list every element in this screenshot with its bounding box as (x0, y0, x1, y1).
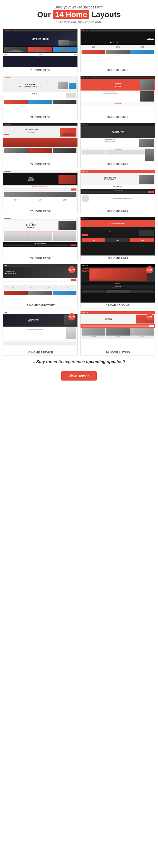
title-suffix: Layouts (89, 10, 121, 19)
hero-text-9: Need Some NewWheels? (4, 222, 58, 229)
about-img-3 (66, 93, 76, 98)
person-9a (4, 232, 28, 241)
hero-title-8: BUY A NEW CAROR USED CAR ? (82, 177, 138, 180)
logo-5: CAR DEALER (4, 124, 10, 125)
nav-8: CAR DEALER (81, 170, 155, 173)
demos-grid: CAR DEALER YOUR CAR NEEDS! (3, 29, 155, 355)
demo-card-7[interactable]: CAR DEALER EASY,FASTER &RELIABLE WELCOME… (3, 170, 78, 214)
hero-7: EASY,FASTER &RELIABLE (3, 173, 77, 185)
demo-card-1[interactable]: CAR DEALER YOUR CAR NEEDS! (3, 29, 78, 73)
demo-label-4: 04 HOME PAGE (81, 114, 155, 120)
dot-12c (119, 283, 120, 284)
nav-12: CAR DEALER (81, 264, 155, 267)
demo-card-6[interactable]: CAR DEALER IMPROVE YOURBUSINESS US ABOUT… (80, 123, 155, 167)
page-wrapper: Drive your way to success with Our 14 Ho… (0, 0, 158, 388)
demo-card-14[interactable]: NEW CAR DEALER LET'S FINDYOUR RIDE (80, 311, 155, 355)
car-11c (53, 291, 76, 294)
cars-2 (81, 49, 155, 55)
hero-6: IMPROVE YOURBUSINESS US (81, 126, 155, 138)
car-1c (53, 47, 77, 53)
header-script: Drive your way to success with (3, 5, 155, 9)
new-badge-12: NEW (146, 266, 153, 273)
search-btn-11[interactable] (71, 279, 76, 281)
nav-line-3 (12, 77, 76, 78)
mockup-10: CAR DEALER ★ Subscribe for updates ABOUT… (81, 217, 155, 255)
overview-title-12: OVERVIEW (82, 286, 154, 287)
car-image-7 (4, 192, 76, 197)
logo-2: CAR DEALER (82, 30, 88, 31)
red-car-5 (3, 138, 77, 147)
demo-card-11[interactable]: NEW CARS FIND WHAT AREYOU LOOKING FOR (3, 264, 78, 308)
header-desc: Start with one click import data (3, 20, 155, 24)
demo-card-5[interactable]: CAR DEALER 2016 Mini Cooper Free Shippin… (3, 123, 78, 167)
welcome-7: WELCOME TO THE CAR DEALER (3, 185, 77, 188)
stat-10b: 1500 (106, 238, 130, 242)
hero-text-5: 2016 Mini Cooper Free Shipping Starting … (4, 129, 59, 135)
logo-7: CAR DEALER (4, 170, 10, 172)
search-btn-7[interactable] (71, 188, 76, 190)
find-btn-8[interactable] (148, 191, 154, 193)
input-7b[interactable] (38, 188, 71, 190)
service-10b (139, 232, 154, 234)
find-input-8a[interactable] (82, 191, 114, 193)
demo-card-8[interactable]: CAR DEALER BUY A NEW CAROR USED CAR ? Be… (80, 170, 155, 214)
stats-7: 2016Year 1500Cars 2000Clients (3, 198, 77, 202)
feature-6: FEATURE CAR (81, 148, 155, 155)
overview-12: OVERVIEW Ferrari 812 Superfast specifica… (81, 285, 155, 289)
mockup-13: CARS IT'S ALL ABOUTBEING AWESOME ABOUT C… (3, 311, 77, 350)
car-11b (28, 291, 52, 294)
logo-14: CAR DEALER (82, 312, 88, 313)
demo-preview-1: CAR DEALER YOUR CAR NEEDS! (3, 29, 77, 67)
cars-row-1 (3, 46, 77, 53)
service-10c (139, 234, 154, 236)
listing-info-14b: SUV 2021 (106, 336, 130, 337)
mockup-11: CARS FIND WHAT AREYOU LOOKING FOR Brands… (3, 264, 77, 303)
new-badge-13: NEW (68, 313, 75, 320)
search-input-11b[interactable] (38, 279, 71, 281)
title-prefix: Our (37, 10, 53, 19)
person-8: Lorem ipsum testimonial text about car d… (81, 194, 155, 203)
hero-sub-8: Best Deals Available (82, 181, 138, 182)
hero-text-11: FIND WHAT AREYOU LOOKING FOR (4, 271, 16, 274)
find-title-9: FIND YOUR DREAM CAR (4, 243, 76, 244)
demo-card-3[interactable]: CAR DEALER THE WIND ISNOT EVEN CLOSE TO … (3, 76, 78, 120)
new-badge-11: NEW (68, 266, 75, 273)
nav-1: CAR DEALER (3, 29, 77, 32)
nav-13: CARS (3, 311, 77, 314)
hero-title-7: EASY,FASTER &RELIABLE (4, 177, 58, 182)
demo-card-10[interactable]: CAR DEALER ★ Subscribe for updates ABOUT… (80, 217, 155, 261)
search-input-11[interactable] (4, 279, 37, 281)
pre-find-8: THE CAR DEALER (81, 185, 155, 188)
service-13a (4, 342, 28, 345)
demo-card-4[interactable]: CAR DEALER INSIDE the OUTSIDE (80, 76, 155, 120)
overview-text-12: Ferrari 812 Superfast specifications and… (82, 287, 154, 288)
find-input-8b[interactable] (115, 191, 147, 193)
content-6: ABOUT CAR DEALER Lorem ipsum about the c… (81, 138, 155, 148)
left-4: ABOUT CAR DEALER Lorem ipsum about the c… (82, 91, 139, 101)
input-7a[interactable] (4, 188, 37, 190)
listings-14: Sedan 2020 SUV 2021 Sports 2022 (81, 328, 155, 339)
mockup-9: CAR DEALER Need Some NewWheels? (3, 217, 77, 255)
demo-card-13[interactable]: NEW CARS IT'S ALL ABOUTBEING AWESOME (3, 311, 78, 355)
demo-card-12[interactable]: NEW CAR DEALER THE NEWFerrari 812SUPERFA… (80, 264, 155, 308)
services-title-10: OUR SERVICES (139, 228, 154, 230)
track-badge-2: TRACK (147, 37, 154, 40)
nav-7: CAR DEALER (3, 170, 77, 173)
hero-8: BUY A NEW CAROR USED CAR ? Best Deals Av… (81, 173, 155, 185)
phone-1: (215) 544 444 748 (3, 56, 77, 58)
demo-preview-10: CAR DEALER ★ Subscribe for updates ABOUT… (81, 217, 155, 255)
find-row-8 (82, 191, 154, 193)
demo-card-9[interactable]: CAR DEALER Need Some NewWheels? (3, 217, 78, 261)
nav-3: CAR DEALER (3, 76, 77, 79)
demo-preview-2: CAR DEALER 2017 JNA ROAD & TRACK 408New … (81, 29, 155, 67)
about-text-3: ABOUT USLorem ipsum dealer text here abo… (4, 93, 65, 98)
logo-12: CAR DEALER (82, 265, 88, 266)
hero-car-5 (60, 128, 76, 136)
demo-card-2[interactable]: CAR DEALER 2017 JNA ROAD & TRACK 408New … (80, 29, 155, 73)
person-9c (53, 232, 76, 241)
stat-7a: 2016Year (4, 199, 28, 201)
view-demos-button[interactable]: View Demos (61, 371, 97, 380)
divider-8 (82, 188, 154, 188)
demo-label-6: 06 HOME PAGE (81, 161, 155, 167)
stat-row-10: 408 1500 2000 (81, 237, 155, 243)
